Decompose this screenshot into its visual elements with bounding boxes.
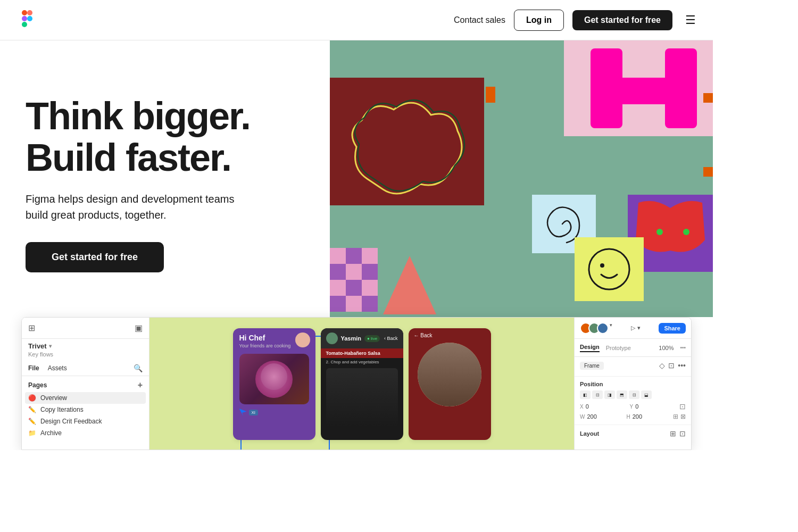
- page-item-copy-iterations[interactable]: ✏️ Copy Iterations: [22, 404, 149, 415]
- page-icon-design-crit: ✏️: [28, 418, 36, 425]
- align-center-h-icon[interactable]: ⊡: [592, 390, 603, 399]
- yasmin-avatar: [326, 332, 338, 344]
- panel-keyflows: Key flows: [22, 350, 149, 361]
- align-right-icon[interactable]: ◨: [604, 390, 615, 399]
- h-label: H: [627, 414, 630, 420]
- login-button[interactable]: Log in: [514, 10, 564, 31]
- h-field: H 200: [627, 413, 669, 420]
- page-icon-overview: 🔴: [28, 394, 36, 402]
- cake-image: [239, 354, 309, 404]
- layout-auto-icon[interactable]: ⊡: [679, 429, 686, 438]
- svg-point-24: [600, 263, 604, 268]
- contact-sales-link[interactable]: Contact sales: [454, 15, 505, 25]
- nav-cta-button[interactable]: Get started for free: [572, 10, 672, 30]
- frame-row: Frame ◇ ⊡ •••: [580, 361, 686, 370]
- share-button[interactable]: Share: [659, 323, 686, 334]
- hero-subtitle: Figma helps design and development teams…: [26, 191, 249, 223]
- more-options-icon[interactable]: •••: [680, 345, 686, 351]
- y-field: Y 0: [630, 402, 676, 411]
- position-section: Position ◧ ⊡ ◨ ⬒ ⊡ ⬓ X 0 Y 0 ⊡: [575, 377, 691, 425]
- lock-ratio-icon[interactable]: ⊞: [673, 413, 678, 420]
- right-tabs: Design Prototype 100% •••: [575, 339, 691, 357]
- panel-brand[interactable]: Trivet ▾: [22, 339, 149, 350]
- orange-handle-right-bl: [703, 167, 713, 177]
- figma-right-panel: ▾ ▷ ▾ Share Design Prototype 100% ••• Fr…: [574, 318, 691, 450]
- component-icon[interactable]: ◇: [659, 361, 665, 370]
- yasmin-header: Yasmin ● live ‹ Back: [321, 328, 403, 348]
- page-label-overview: Overview: [40, 394, 67, 402]
- svg-point-4: [27, 16, 32, 21]
- yellow-blob-shape: [340, 83, 473, 200]
- y-label: Y: [630, 404, 634, 410]
- grid-icon[interactable]: ⊞: [28, 323, 35, 333]
- svg-rect-16: [330, 280, 346, 296]
- h-value: 200: [633, 413, 642, 420]
- recipe-step: 2. Chop and add vegetables: [321, 358, 403, 366]
- svg-point-8: [656, 229, 663, 235]
- page-item-design-crit[interactable]: ✏️ Design Crit Feedback: [22, 415, 149, 427]
- hi-chef-sub: Your friends are cooking: [239, 343, 291, 348]
- align-icons-row: ◧ ⊡ ◨ ⬒ ⊡ ⬓: [580, 390, 686, 399]
- tab-prototype[interactable]: Prototype: [606, 345, 631, 351]
- svg-rect-13: [330, 264, 346, 280]
- constraint-icons: ⊞ ⊠: [673, 413, 686, 420]
- panel-filetabs: File Assets 🔍: [22, 361, 149, 376]
- sidebar-toggle-icon[interactable]: ▣: [135, 323, 143, 333]
- layout-grid-icon[interactable]: ⊞: [670, 429, 676, 438]
- page-item-archive[interactable]: 📁 Archive: [22, 427, 149, 439]
- svg-rect-19: [330, 296, 346, 312]
- x-label: X: [580, 404, 584, 410]
- frame-icons: ◇ ⊡ •••: [659, 361, 686, 370]
- panel-topbar: ⊞ ▣: [22, 318, 149, 339]
- figma-left-panel: ⊞ ▣ Trivet ▾ Key flows File Assets 🔍 Pag…: [22, 318, 149, 450]
- layout-label: Layout: [580, 430, 599, 437]
- wh-row: W 200 H 200 ⊞ ⊠: [580, 413, 686, 420]
- svg-marker-22: [383, 256, 436, 314]
- page-label-copy: Copy Iterations: [40, 406, 84, 413]
- frame-yasmin: Yasmin ● live ‹ Back Tomato-Habañero Sal…: [321, 328, 403, 440]
- svg-point-23: [589, 249, 629, 289]
- magenta-h-shape: [585, 46, 702, 131]
- w-value: 200: [587, 413, 596, 420]
- page-item-overview[interactable]: 🔴 Overview: [25, 392, 146, 404]
- play-button[interactable]: ▷ ▾: [631, 325, 641, 331]
- zoom-level[interactable]: 100%: [659, 345, 674, 351]
- xy-row: X 0 Y 0 ⊡: [580, 402, 686, 411]
- recipe-bg: [321, 366, 403, 429]
- x-value: 0: [586, 403, 589, 410]
- coral-a-shape: [380, 253, 439, 317]
- more-icon[interactable]: •••: [678, 361, 686, 370]
- add-page-button[interactable]: +: [138, 380, 143, 390]
- back-chevron: ‹ Back: [384, 336, 398, 341]
- orange-handle-bl: [486, 87, 495, 96]
- align-top-icon[interactable]: ⬒: [617, 390, 627, 399]
- live-badge: ● live: [364, 335, 380, 342]
- avatar-count: ▾: [610, 322, 612, 334]
- svg-rect-3: [22, 22, 27, 27]
- copy-icon[interactable]: ⊡: [668, 361, 675, 370]
- assets-tab[interactable]: Assets: [48, 364, 67, 372]
- file-tab[interactable]: File: [28, 364, 39, 372]
- hamburger-menu-icon[interactable]: ☰: [685, 13, 696, 27]
- x-field: X 0: [580, 402, 626, 411]
- search-icon[interactable]: 🔍: [134, 364, 143, 372]
- person-silhouette: [418, 343, 481, 406]
- frame-dropdown[interactable]: Frame: [580, 362, 604, 370]
- resize-icon[interactable]: ⊡: [679, 402, 686, 411]
- constrain-icon[interactable]: ⊠: [680, 413, 686, 420]
- navbar: Contact sales Log in Get started for fre…: [0, 0, 713, 40]
- position-label: Position: [580, 381, 686, 387]
- tab-design[interactable]: Design: [580, 344, 600, 352]
- orange-handle-right-tl: [703, 93, 713, 103]
- layout-icons: ⊞ ⊡: [670, 429, 686, 438]
- align-bottom-icon[interactable]: ⬓: [641, 390, 652, 399]
- hero-cta-button[interactable]: Get started for free: [26, 242, 164, 272]
- canvas-frames: Hi Chef Your friends are cooking: [233, 328, 491, 440]
- align-center-v-icon[interactable]: ⊡: [629, 390, 639, 399]
- w-label: W: [580, 414, 585, 420]
- svg-rect-15: [362, 264, 378, 280]
- play-chevron: ▾: [637, 325, 641, 331]
- back-button: ← Back: [409, 328, 491, 343]
- svg-rect-11: [346, 248, 362, 264]
- align-left-icon[interactable]: ◧: [580, 390, 591, 399]
